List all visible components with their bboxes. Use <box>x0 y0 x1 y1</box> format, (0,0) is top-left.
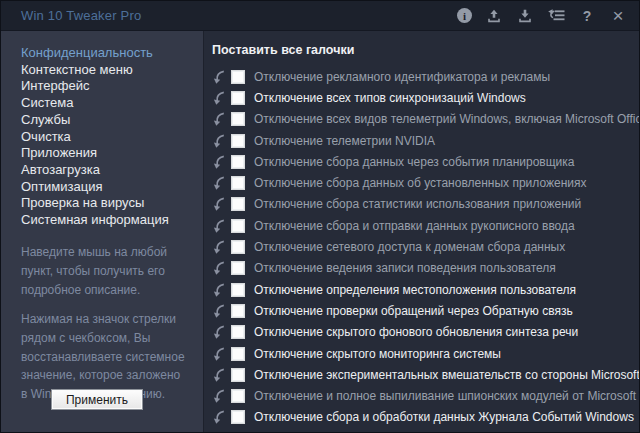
undo-arrow-icon[interactable] <box>212 176 226 190</box>
sidebar-item[interactable]: Службы <box>21 112 203 129</box>
tweak-row: Отключение рекламного идентификатора и р… <box>212 66 640 87</box>
tweak-checkbox[interactable] <box>231 176 245 190</box>
tweak-row: Отключение всех видов телеметрий Windows… <box>212 109 640 130</box>
tweak-row: Отключение сбора и обработки данных Журн… <box>212 407 640 428</box>
close-icon[interactable]: × <box>609 7 627 25</box>
tweak-row: Отключение сетевого доступа к доменам сб… <box>212 236 640 257</box>
tweak-label[interactable]: Отключение рекламного идентификатора и р… <box>254 70 550 84</box>
tweak-row: Отключение сбора данных об установленных… <box>212 172 640 193</box>
tweak-checkbox[interactable] <box>231 70 245 84</box>
tweak-row: Отключение сбора статистики использовани… <box>212 194 640 215</box>
undo-arrow-icon[interactable] <box>212 155 226 169</box>
sidebar-help: Наведите мышь на любой пункт, чтобы полу… <box>21 243 203 405</box>
tweak-label[interactable]: Отключение ведения записи поведения поль… <box>254 261 556 275</box>
tweak-row: Отключение и полное выпиливание шпионски… <box>212 385 640 406</box>
tweak-label[interactable]: Отключение определения местоположения по… <box>254 283 576 297</box>
tweak-checkbox[interactable] <box>231 389 245 403</box>
undo-arrow-icon[interactable] <box>212 347 226 361</box>
tweak-row: Отключение скрытого мониторинга системы <box>212 343 640 364</box>
tweak-label[interactable]: Отключение скрытого мониторинга системы <box>254 347 501 361</box>
tweak-checkbox[interactable] <box>231 283 245 297</box>
tweak-checkbox[interactable] <box>231 368 245 382</box>
tweak-label[interactable]: Отключение всех типов синхронизаций Wind… <box>254 91 526 105</box>
tweak-checkbox[interactable] <box>231 91 245 105</box>
titlebar-icons: i <box>457 7 627 25</box>
tweak-checkbox[interactable] <box>231 155 245 169</box>
undo-arrow-icon[interactable] <box>212 240 226 254</box>
tweak-label[interactable]: Отключение сетевого доступа к доменам сб… <box>254 240 565 254</box>
tweak-label[interactable]: Отключение сбора и отправки данных рукоп… <box>254 219 575 233</box>
tweak-checkbox[interactable] <box>231 261 245 275</box>
sidebar-item[interactable]: Проверка на вирусы <box>21 195 203 212</box>
sidebar-item[interactable]: Контекстное меню <box>21 62 203 79</box>
undo-arrow-icon[interactable] <box>212 219 226 233</box>
sidebar-item[interactable]: Конфиденциальность <box>21 45 203 62</box>
tweak-checkbox[interactable] <box>231 219 245 233</box>
undo-arrow-icon[interactable] <box>212 283 226 297</box>
download-icon[interactable] <box>516 7 534 25</box>
sidebar-item[interactable]: Системная информация <box>21 212 203 229</box>
undo-arrow-icon[interactable] <box>212 70 226 84</box>
tweak-row: Отключение всех типов синхронизаций Wind… <box>212 87 640 108</box>
tweak-label[interactable]: Отключение сбора статистики использовани… <box>254 197 581 211</box>
check-all-header[interactable]: Поставить все галочки <box>212 43 640 57</box>
undo-arrow-icon[interactable] <box>212 389 226 403</box>
tweak-row: Отключение ведения записи поведения поль… <box>212 258 640 279</box>
undo-arrow-icon[interactable] <box>212 325 226 339</box>
tweak-checkbox[interactable] <box>231 410 245 424</box>
tweak-label[interactable]: Отключение проверки обращений через Обра… <box>254 304 573 318</box>
tweak-checkbox[interactable] <box>231 197 245 211</box>
undo-arrow-icon[interactable] <box>212 304 226 318</box>
upload-icon[interactable] <box>485 7 503 25</box>
tweak-checkbox[interactable] <box>231 112 245 126</box>
tweak-row: Отключение телеметрии NVIDIA <box>212 130 640 151</box>
tweak-list: Отключение рекламного идентификатора и р… <box>212 66 640 428</box>
tweak-checkbox[interactable] <box>231 304 245 318</box>
main-panel: Поставить все галочки Отключение рекламн… <box>204 31 640 432</box>
tweak-row: Отключение сбора данных через события пл… <box>212 151 640 172</box>
tweak-label[interactable]: Отключение и полное выпиливание шпионски… <box>254 389 636 403</box>
tweak-label[interactable]: Отключение телеметрии NVIDIA <box>254 134 435 148</box>
sidebar-nav: КонфиденциальностьКонтекстное менюИнтерф… <box>21 45 203 229</box>
tweak-checkbox[interactable] <box>231 347 245 361</box>
sidebar-item[interactable]: Автозагрузка <box>21 162 203 179</box>
sidebar-item[interactable]: Оптимизация <box>21 179 203 196</box>
tweak-checkbox[interactable] <box>231 325 245 339</box>
sidebar-item[interactable]: Система <box>21 95 203 112</box>
info-icon[interactable]: i <box>457 8 472 23</box>
titlebar[interactable]: Win 10 Tweaker Pro i <box>1 1 639 31</box>
undo-arrow-icon[interactable] <box>212 197 226 211</box>
tweak-row: Отключение сбора и отправки данных рукоп… <box>212 215 640 236</box>
undo-arrow-icon[interactable] <box>212 410 226 424</box>
app-window: Win 10 Tweaker Pro i <box>0 0 640 433</box>
tweak-checkbox[interactable] <box>231 240 245 254</box>
undo-arrow-icon[interactable] <box>212 368 226 382</box>
sidebar-item[interactable]: Интерфейс <box>21 78 203 95</box>
window-title: Win 10 Tweaker Pro <box>21 8 141 23</box>
undo-arrow-icon[interactable] <box>212 261 226 275</box>
tweak-label[interactable]: Отключение сбора данных через события пл… <box>254 155 575 169</box>
sidebar-item[interactable]: Очистка <box>21 129 203 146</box>
tweak-label[interactable]: Отключение всех видов телеметрий Windows… <box>254 112 640 126</box>
tweak-row: Отключение определения местоположения по… <box>212 279 640 300</box>
tweak-label[interactable]: Отключение скрытого фонового обновления … <box>254 325 578 339</box>
tweak-label[interactable]: Отключение экспериментальных вмешательст… <box>254 368 640 382</box>
apply-button[interactable]: Применить <box>51 389 143 410</box>
tweak-label[interactable]: Отключение сбора данных об установленных… <box>254 176 586 190</box>
sidebar: КонфиденциальностьКонтекстное менюИнтерф… <box>1 31 204 432</box>
undo-arrow-icon[interactable] <box>212 112 226 126</box>
tweak-row: Отключение проверки обращений через Обра… <box>212 300 640 321</box>
help-text-hover: Наведите мышь на любой пункт, чтобы полу… <box>21 243 187 300</box>
tweak-checkbox[interactable] <box>231 134 245 148</box>
undo-arrow-icon[interactable] <box>212 134 226 148</box>
app-body: КонфиденциальностьКонтекстное менюИнтерф… <box>1 31 639 432</box>
tweak-row: Отключение скрытого фонового обновления … <box>212 322 640 343</box>
tweak-row: Отключение экспериментальных вмешательст… <box>212 364 640 385</box>
help-icon[interactable]: ? <box>578 7 596 25</box>
undo-arrow-icon[interactable] <box>212 91 226 105</box>
sidebar-item[interactable]: Приложения <box>21 145 203 162</box>
changelog-icon[interactable] <box>547 7 565 25</box>
tweak-label[interactable]: Отключение сбора и обработки данных Журн… <box>254 410 634 424</box>
